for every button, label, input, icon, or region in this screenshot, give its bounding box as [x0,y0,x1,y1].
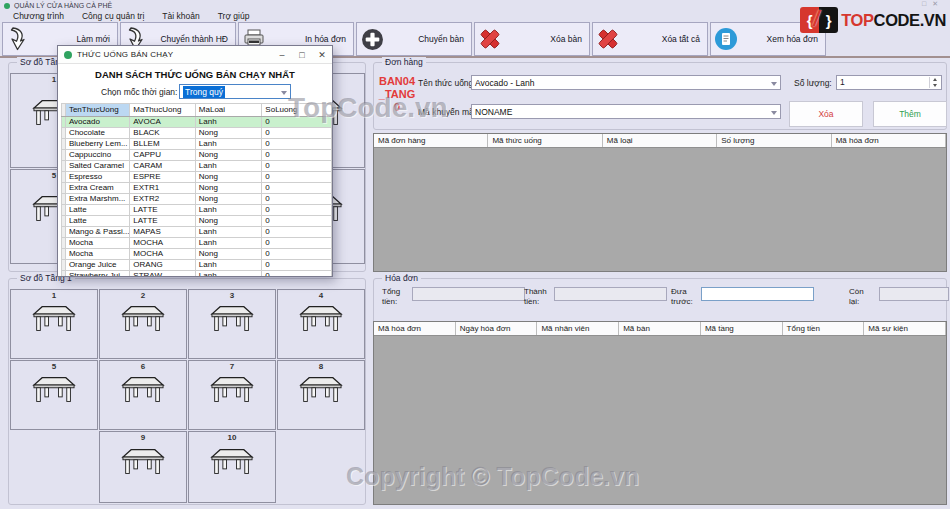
table-id-line: BAN04 [376,75,418,88]
drink-row-8[interactable]: LatteLATTELanh0 [62,205,332,216]
field-label: Đưa trước: [671,285,698,306]
close-icon[interactable]: ✕ [312,50,332,60]
dialog-icon [64,51,72,59]
selected-table-id: BAN04 _TANG 0 [376,75,418,114]
table-number: 8 [278,362,364,371]
drink-row-2[interactable]: Blueberry Lem...BLLEMLanh0 [62,139,332,150]
table-cell-8[interactable]: 8 [277,360,365,430]
order-column-header-0[interactable]: Mã đơn hàng [374,134,488,147]
invoice-input-1[interactable] [554,287,667,301]
invoice-column-header-2[interactable]: Mã nhân viên [537,322,619,335]
invoice-column-header-0[interactable]: Mã hóa đơn [374,322,456,335]
invoice-column-header-1[interactable]: Ngày hóa đơn [456,322,538,335]
order-column-header-1[interactable]: Mã thức uống [488,134,602,147]
invoice-column-header-4[interactable]: Mã tầng [701,322,783,335]
drink-row-12[interactable]: MochaMOCHANong0 [62,249,332,260]
drink-row-7[interactable]: Extra Marshm...EXTR2Nong0 [62,194,332,205]
promo-combobox[interactable]: NONAME [471,104,781,119]
time-range-combobox[interactable]: Trong quý [179,84,291,99]
table-cell-4[interactable]: 4 [277,289,365,359]
table-number: 7 [189,362,275,371]
invoice-field: Đưa trước: [671,285,814,306]
invoice-input-3[interactable] [879,287,949,301]
toolbar-button-3[interactable]: Chuyển bàn [356,22,472,56]
order-column-header-2[interactable]: Mã loại [603,134,717,147]
quantity-stepper[interactable]: 1 [836,75,942,90]
add-button[interactable]: Thêm [873,101,947,127]
table-cell-7[interactable]: 7 [188,360,276,430]
topcode-logo: { } / TOPCODE.VN [800,5,946,35]
table-cell-3[interactable]: 3 [188,289,276,359]
quantity-value: 1 [840,77,845,87]
toolbar-button-4[interactable]: Xóa bàn [474,22,590,56]
minimize-icon[interactable]: – [272,50,292,60]
plus-circle-icon [357,28,387,51]
dialog-heading: DANH SÁCH THỨC UỐNG BÁN CHẠY NHẤT [58,69,332,80]
table-cell-10[interactable]: 10 [188,431,276,503]
drink-row-4[interactable]: Salted CaramelCARAMLanh0 [62,161,332,172]
menu-item-0[interactable]: Chương trình [4,10,73,22]
order-column-header-3[interactable]: Số lượng [717,134,831,147]
table-number: 2 [100,291,186,300]
order-grid-header: Mã đơn hàngMã thức uốngMã loạiSố lượngMã… [374,134,946,148]
drink-column-header-2[interactable]: MaLoai [195,104,262,117]
invoice-field: Tổng tiền: [382,285,525,306]
drink-row-3[interactable]: CappuccinoCAPPUNong0 [62,150,332,161]
field-label: Còn lại: [849,285,876,306]
drink-row-5[interactable]: EspressoESPRENong0 [62,172,332,183]
window-title: QUẢN LÝ CỬA HÀNG CÀ PHÊ [14,2,112,9]
menu-item-3[interactable]: Trợ giúp [209,10,259,22]
field-label: Thành tiền: [524,285,551,306]
invoice-input-0[interactable] [412,287,525,301]
curved-arrow-icon [3,26,33,52]
invoice-column-header-3[interactable]: Mã bàn [619,322,701,335]
table-icon [210,447,254,478]
drink-column-header-0[interactable]: TenThucUong [65,104,129,117]
drink-row-13[interactable]: Orange JuiceORANGLanh0 [62,260,332,271]
drink-row-9[interactable]: LatteLATTENong0 [62,216,332,227]
table-icon [210,375,254,406]
drink-row-14[interactable]: Strawberry Jui...STRAWLanh0 [62,271,332,278]
table-id-line: _TANG [376,88,418,101]
menu-item-1[interactable]: Công cụ quản trị [73,10,153,22]
table-icon [299,304,343,335]
table-number: 6 [100,362,186,371]
table-cell-9[interactable]: 9 [99,431,187,503]
table-number: 5 [11,362,97,371]
best-seller-table[interactable]: TenThucUongMaThucUongMaLoaiSoLuong Avoca… [61,103,332,277]
table-cell-6[interactable]: 6 [99,360,187,430]
invoice-column-header-5[interactable]: Tổng tiền [783,322,865,335]
table-icon [121,304,165,335]
menu-item-2[interactable]: Tài khoản [153,10,208,22]
floor-1-panel: Sơ đồ Tầng 1 1 2 3 [8,278,366,505]
dialog-titlebar[interactable]: THỨC UỐNG BÁN CHẠY – □ ✕ [58,46,332,64]
table-cell-2[interactable]: 2 [99,289,187,359]
drink-column-header-1[interactable]: MaThucUong [130,104,195,117]
table-icon [299,375,343,406]
invoice-panel: Hóa đơn Tổng tiền: Thành tiền: Đưa trước… [373,278,947,505]
chevron-down-icon [771,82,777,86]
drink-row-10[interactable]: Mango & Passi...MAPASLanh0 [62,227,332,238]
order-column-header-4[interactable]: Mã hóa đơn [832,134,946,147]
dialog-title: THỨC UỐNG BÁN CHẠY [77,50,173,59]
best-seller-header-row[interactable]: TenThucUongMaThucUongMaLoaiSoLuong [62,104,332,117]
invoice-column-header-6[interactable]: Mã sự kiện [864,322,946,335]
delete-button[interactable]: Xóa [789,101,863,127]
maximize-icon[interactable]: □ [292,50,312,60]
promo-label: Mã khuyến mãi: [418,107,478,117]
drink-row-11[interactable]: MochaMOCHALanh0 [62,238,332,249]
drink-column-header-3[interactable]: SoLuong [262,104,332,117]
toolbar-button-5[interactable]: Xóa tất cả [592,22,708,56]
table-cell-5[interactable]: 5 [10,360,98,430]
invoice-input-2[interactable] [701,287,814,301]
table-number: 3 [189,291,275,300]
order-grid[interactable]: Mã đơn hàngMã thức uốngMã loạiSố lượngMã… [373,133,947,272]
drink-row-0[interactable]: AvocadoAVOCALanh0 [62,117,332,128]
drink-combobox[interactable]: Avocado - Lanh [471,75,781,90]
invoice-grid[interactable]: Mã hóa đơnNgày hóa đơnMã nhân viênMã bàn… [373,321,947,505]
spinner-arrows-icon[interactable] [929,77,940,88]
drink-row-1[interactable]: ChocolateBLACKNong0 [62,128,332,139]
table-number: 4 [278,291,364,300]
drink-row-6[interactable]: Extra CreamEXTR1Nong0 [62,183,332,194]
table-cell-1[interactable]: 1 [10,289,98,359]
